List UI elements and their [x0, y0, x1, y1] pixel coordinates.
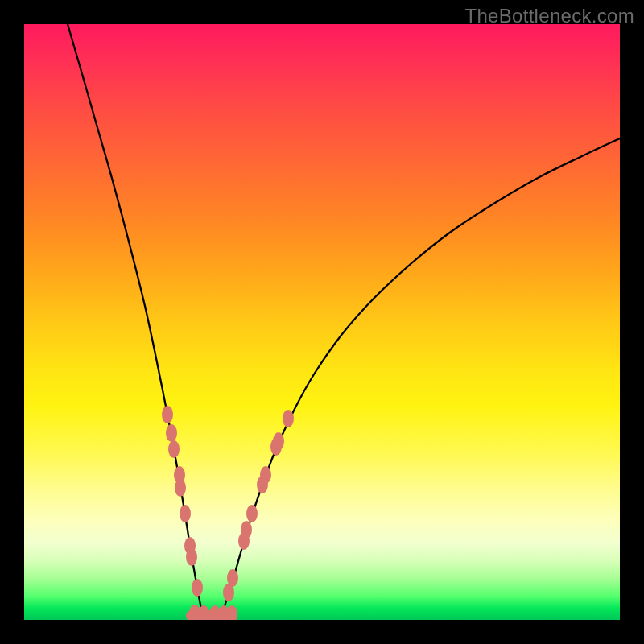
data-marker: [227, 569, 238, 587]
chart-plot-area: [24, 24, 620, 620]
data-marker: [186, 548, 197, 566]
data-marker: [162, 406, 173, 423]
data-marker: [273, 432, 284, 450]
data-marker: [192, 579, 203, 597]
data-marker: [198, 605, 209, 620]
data-marker: [260, 466, 271, 484]
data-marker: [166, 424, 177, 442]
data-marker: [180, 505, 191, 522]
data-marker: [241, 521, 252, 539]
data-marker: [283, 410, 294, 427]
series-right-curve: [221, 138, 620, 616]
chart-frame: TheBottleneck.com: [0, 0, 644, 644]
data-marker: [175, 479, 186, 497]
series-left-curve: [68, 24, 204, 616]
data-marker: [168, 440, 180, 458]
data-marker: [226, 605, 237, 620]
data-marker: [246, 505, 258, 522]
chart-svg: [24, 24, 620, 620]
